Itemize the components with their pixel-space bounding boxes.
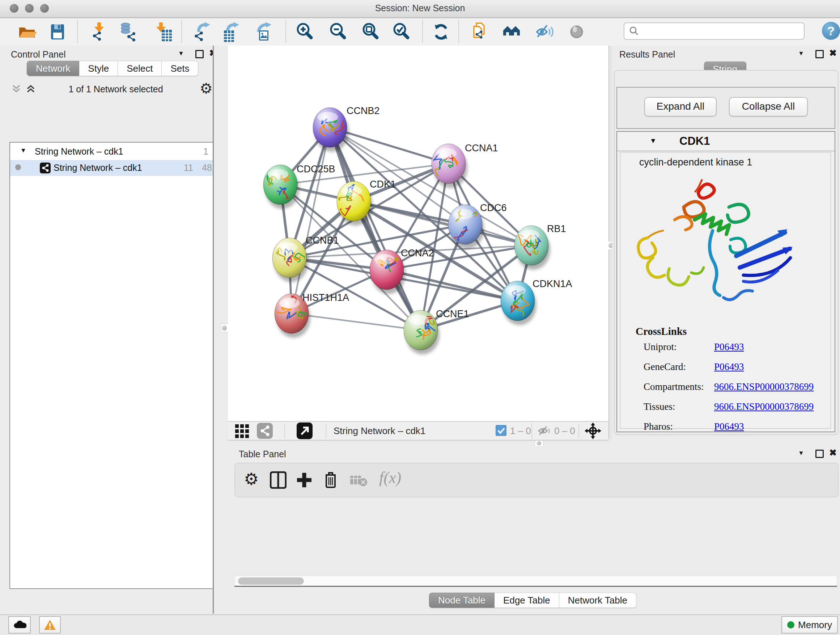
- export-table-icon: [222, 22, 242, 42]
- table-panel-menu-icon[interactable]: ▼: [798, 450, 804, 457]
- node-label-CDC25B: CDC25B: [297, 164, 335, 174]
- crosslink-value-link[interactable]: 9606.ENSP00000378699: [714, 401, 813, 412]
- crosslink-value-link[interactable]: P06493: [714, 341, 744, 353]
- table-panel: Table Panel ▼ ✖ ⚙ f(x) shared namenameca…: [228, 446, 840, 614]
- table-options-gear-icon[interactable]: ⚙: [244, 470, 259, 488]
- birds-eye-view-icon[interactable]: [297, 423, 313, 440]
- tab-select[interactable]: Select: [118, 61, 162, 76]
- export-image-button[interactable]: [254, 22, 274, 42]
- table-panel-close-icon[interactable]: ✖: [829, 448, 837, 458]
- expand-all-button[interactable]: Expand All: [644, 97, 717, 117]
- show-columns-icon[interactable]: [270, 471, 286, 489]
- node-label-CCNA2: CCNA2: [401, 248, 434, 258]
- export-network-button[interactable]: [193, 22, 213, 42]
- show-grid-icon[interactable]: [235, 424, 249, 440]
- search-icon: [629, 26, 639, 36]
- export-table-button[interactable]: [222, 22, 242, 42]
- node-RB1[interactable]: [515, 226, 550, 270]
- import-table-icon: [153, 22, 173, 42]
- crosslink-value-link[interactable]: P06493: [714, 421, 744, 432]
- node-CCNA1[interactable]: [428, 144, 467, 188]
- import-network-icon: [90, 22, 110, 42]
- function-builder-icon[interactable]: f(x): [379, 469, 401, 487]
- network-grid-view-icon[interactable]: [257, 423, 273, 440]
- show-all-button[interactable]: [567, 22, 587, 42]
- crosslink-row: Uniprot:P06493: [644, 341, 824, 353]
- search-field[interactable]: [624, 22, 805, 40]
- selected-checkbox-icon[interactable]: [496, 425, 507, 437]
- network-collection-row[interactable]: ▼ String Network – cdk1 1: [10, 146, 215, 159]
- crosslink-row: Compartments:9606.ENSP00000378699: [644, 381, 824, 393]
- tab-network-table[interactable]: Network Table: [559, 593, 636, 608]
- crosslink-row: GeneCard:P06493: [644, 361, 824, 372]
- gene-section-header[interactable]: ▼ CDK1: [617, 132, 835, 151]
- show-all-icon: [567, 22, 587, 42]
- import-network-button[interactable]: [90, 22, 110, 42]
- delete-table-icon[interactable]: [350, 474, 368, 486]
- memory-button[interactable]: Memory: [782, 616, 838, 633]
- string-network-graph[interactable]: CCNB2CCNA1CDC25BCDK1CDC6RB1CCNB1CCNA2CDK…: [228, 46, 608, 421]
- node-CCNB2[interactable]: [313, 108, 349, 152]
- tab-sets[interactable]: Sets: [162, 61, 198, 76]
- add-column-icon[interactable]: [296, 471, 313, 489]
- help-button[interactable]: ?: [822, 22, 840, 40]
- tree-expand-icon[interactable]: ▼: [20, 147, 27, 154]
- hide-selected-button[interactable]: [534, 22, 554, 42]
- left-splitter[interactable]: [213, 46, 230, 614]
- zoom-selected-button[interactable]: [392, 22, 412, 42]
- refresh-button[interactable]: [431, 22, 451, 42]
- crosslinks-list: Uniprot:P06493GeneCard:P06493Compartment…: [644, 341, 824, 441]
- crosslink-label: Pharos:: [644, 421, 714, 432]
- node-CDKN1A[interactable]: [501, 281, 537, 325]
- tab-node-table[interactable]: Node Table: [429, 593, 494, 608]
- expand-all-networks-icon[interactable]: [25, 83, 36, 96]
- crosslink-value-link[interactable]: P06493: [714, 361, 744, 372]
- zoom-out-button[interactable]: [328, 22, 348, 42]
- table-bottom-border: [234, 586, 837, 587]
- control-panel-float-icon[interactable]: [195, 50, 204, 58]
- results-panel-float-icon[interactable]: [815, 50, 824, 58]
- results-panel-menu-icon[interactable]: ▼: [798, 50, 804, 57]
- zoom-fit-button[interactable]: [361, 22, 381, 42]
- network-options-gear-icon[interactable]: ⚙: [200, 81, 213, 96]
- first-neighbors-button[interactable]: [502, 22, 522, 42]
- memory-status-icon: [787, 621, 794, 629]
- save-session-button[interactable]: [47, 22, 68, 42]
- table-h-scrollbar-thumb[interactable]: [238, 578, 304, 585]
- network-view-canvas[interactable]: CCNB2CCNA1CDC25BCDK1CDC6RB1CCNB1CCNA2CDK…: [228, 46, 608, 421]
- table-panel-float-icon[interactable]: [815, 450, 824, 458]
- save-session-icon: [47, 22, 68, 42]
- collapse-all-networks-icon[interactable]: [11, 83, 22, 96]
- cloud-icon: [13, 620, 27, 630]
- warning-button[interactable]: [39, 616, 61, 633]
- open-session-button[interactable]: [17, 22, 37, 42]
- left-splitter-handle[interactable]: [220, 324, 228, 333]
- results-panel-close-icon[interactable]: ✖: [829, 48, 837, 58]
- node-CDK1[interactable]: [334, 181, 373, 226]
- node-CDC25B[interactable]: [264, 165, 299, 209]
- node-CCNE1[interactable]: [404, 310, 439, 355]
- import-table-button[interactable]: [153, 22, 173, 42]
- import-database-icon: [118, 22, 139, 42]
- tab-network[interactable]: Network: [27, 61, 79, 76]
- table-h-scrollbar[interactable]: [235, 576, 836, 586]
- zoom-in-button[interactable]: [295, 22, 315, 42]
- node-label-RB1: RB1: [547, 223, 566, 234]
- collapse-all-button[interactable]: Collapse All: [729, 97, 808, 117]
- network-from-selection-button[interactable]: [470, 22, 490, 42]
- tab-edge-table[interactable]: Edge Table: [494, 593, 559, 608]
- export-network-icon: [193, 22, 213, 42]
- search-input[interactable]: [643, 24, 804, 38]
- fit-selected-crosshair-icon[interactable]: [584, 423, 601, 440]
- node-CCNA2[interactable]: [370, 249, 406, 294]
- network-row[interactable]: String Network – cdk1 11 48: [10, 160, 215, 176]
- zoom-out-icon: [328, 22, 348, 42]
- tab-style[interactable]: Style: [79, 61, 118, 76]
- import-database-button[interactable]: [118, 22, 139, 42]
- delete-column-icon[interactable]: [324, 470, 338, 489]
- cloud-button[interactable]: [8, 616, 31, 633]
- gene-collapse-icon[interactable]: ▼: [650, 137, 657, 145]
- node-label-CCNB2: CCNB2: [347, 105, 380, 116]
- crosslink-value-link[interactable]: 9606.ENSP00000378699: [714, 381, 813, 393]
- control-panel-menu-icon[interactable]: ▼: [178, 50, 184, 57]
